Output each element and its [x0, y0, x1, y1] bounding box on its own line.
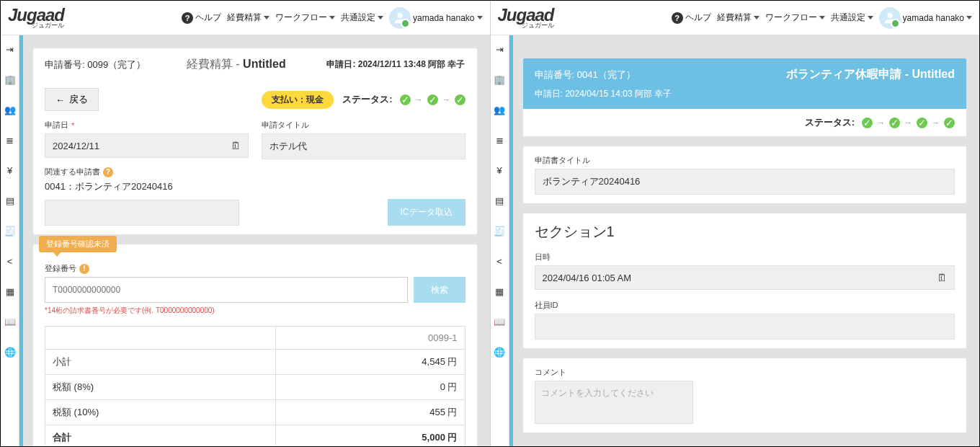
comment-card: コメント コメントを入力してください [523, 358, 967, 433]
sidebar-grid-icon[interactable]: ▦ [4, 285, 17, 298]
status-flow: ステータス: ✓ → ✓ → ✓ [342, 93, 465, 106]
logo[interactable]: Jugaad ジュガール [8, 7, 64, 29]
sidebar-building-icon[interactable]: 🏢 [4, 73, 17, 86]
row-total-value: 5,000 円 [275, 425, 465, 447]
sidebar-book-icon[interactable]: 📖 [4, 315, 17, 328]
nav-workflow[interactable]: ワークフロー [765, 12, 825, 24]
nav-expense-label: 経費精算 [717, 12, 752, 24]
sidebar-expand-icon[interactable]: ⇥ [493, 43, 506, 56]
nav-common-label: 共通設定 [341, 12, 375, 24]
nav-workflow-label: ワークフロー [275, 12, 327, 24]
sidebar-right: ⇥ 🏢 👥 ≣ ¥ ▤ 🧾 < ▦ 📖 🌐 [491, 35, 509, 446]
nav-expense[interactable]: 経費精算 [717, 12, 760, 24]
help-link[interactable]: ? ヘルプ [672, 12, 711, 24]
table-code: 0099-1 [275, 327, 465, 350]
row-tax10-value: 455 円 [275, 400, 465, 425]
chevron-down-icon [868, 16, 873, 19]
chevron-down-icon [477, 16, 483, 19]
sidebar-list-icon[interactable]: ≣ [493, 133, 506, 146]
chevron-down-icon [264, 16, 270, 19]
title-card: 申請書タイトル ボランティア20240416 [523, 146, 967, 203]
status-check-icon: ✓ [862, 118, 873, 128]
sidebar-building-icon[interactable]: 🏢 [493, 73, 506, 86]
logo[interactable]: Jugaad ジュガール [498, 7, 554, 29]
status-check-icon: ✓ [944, 118, 955, 128]
amount-table: 0099-1 小計4,545 円 税額 (8%)0 円 税額 (10%)455 … [45, 326, 466, 446]
sidebar-receipt-icon[interactable]: 🧾 [493, 224, 506, 237]
sidebar-doc-icon[interactable]: ▤ [4, 194, 17, 207]
avatar [879, 7, 901, 29]
chevron-down-icon [966, 16, 972, 19]
row-total-label: 合計 [45, 425, 276, 447]
sidebar-list-icon[interactable]: ≣ [4, 133, 17, 146]
user-menu[interactable]: yamada hanako [389, 7, 482, 29]
status-check-icon: ✓ [889, 118, 900, 128]
sidebar-share-icon[interactable]: < [4, 255, 17, 267]
sidebar-users-icon[interactable]: 👥 [4, 103, 17, 116]
nav-common[interactable]: 共通設定 [831, 12, 873, 24]
date-label: 申請日* [45, 120, 249, 130]
help-link[interactable]: ? ヘルプ [182, 12, 221, 24]
datetime-value: 2024/04/16 01:05 AM [543, 273, 632, 283]
sidebar-receipt-icon[interactable]: 🧾 [4, 224, 17, 237]
sidebar-grid-icon[interactable]: ▦ [493, 285, 506, 298]
right-pane: Jugaad ジュガール ? ヘルプ 経費精算 ワークフロー 共通設定 [491, 1, 980, 446]
status-label: ステータス: [342, 93, 392, 106]
comment-label: コメント [535, 367, 956, 378]
request-title: ボランティア休暇申請 - Untitled [786, 67, 955, 82]
date-value: 2024/12/11 [53, 141, 99, 151]
chevron-down-icon [754, 16, 760, 19]
calendar-icon: 🗓 [937, 272, 947, 283]
sidebar-left: ⇥ 🏢 👥 ≣ ¥ ▤ 🧾 < ▦ 📖 🌐 [1, 35, 19, 446]
status-check-icon: ✓ [400, 94, 411, 105]
avatar [389, 7, 411, 29]
help-label: ヘルプ [685, 12, 711, 24]
sidebar-expand-icon[interactable]: ⇥ [4, 43, 17, 56]
warning-icon: ? [103, 167, 113, 177]
app-title-input[interactable]: ボランティア20240416 [535, 169, 956, 195]
sidebar-yen-icon[interactable]: ¥ [4, 164, 17, 177]
sidebar-globe-icon[interactable]: 🌐 [4, 345, 17, 358]
sidebar-share-icon[interactable]: < [493, 255, 506, 267]
request-header: 申請番号: 0099（完了） 経費精算 - Untitled 申請日: 2024… [33, 48, 477, 79]
search-button[interactable]: 検索 [414, 277, 466, 303]
svg-point-1 [887, 12, 892, 17]
related-value: 0041：ボランティア20240416 [45, 180, 466, 193]
content-left: 申請番号: 0099（完了） 経費精算 - Untitled 申請日: 2024… [23, 35, 490, 446]
nav-expense[interactable]: 経費精算 [227, 12, 270, 24]
chevron-down-icon [329, 16, 335, 19]
arrow-right-icon: → [904, 118, 912, 127]
row-tax10-label: 税額 (10%) [45, 400, 276, 425]
topbar-right: Jugaad ジュガール ? ヘルプ 経費精算 ワークフロー 共通設定 [491, 1, 980, 35]
nav-common[interactable]: 共通設定 [341, 12, 383, 24]
sidebar-yen-icon[interactable]: ¥ [493, 164, 506, 177]
logo-subtext: ジュガール [498, 22, 554, 28]
sidebar-users-icon[interactable]: 👥 [493, 103, 506, 116]
status-check-icon: ✓ [917, 118, 927, 128]
logo-text: Jugaad [8, 7, 64, 23]
warning-icon: ! [79, 264, 89, 274]
arrow-right-icon: → [877, 118, 885, 127]
request-meta: 申請日: 2024/04/15 14:03 阿部 幸子 [535, 88, 956, 100]
reg-number-input[interactable] [45, 277, 408, 303]
user-menu[interactable]: yamada hanako [879, 7, 972, 29]
related-label: 関連する申請書 ? [45, 167, 466, 177]
related-input[interactable] [45, 200, 239, 226]
back-button[interactable]: ← 戻る [45, 88, 99, 111]
nav-workflow[interactable]: ワークフロー [275, 12, 335, 24]
sidebar-globe-icon[interactable]: 🌐 [493, 345, 506, 358]
date-input[interactable]: 2024/12/11 🗓 [45, 133, 249, 158]
ic-import-button[interactable]: ICデータ取込 [388, 199, 466, 226]
calendar-icon: 🗓 [231, 140, 241, 151]
empid-label: 社員ID [535, 300, 956, 311]
sidebar-book-icon[interactable]: 📖 [493, 315, 506, 328]
sidebar-doc-icon[interactable]: ▤ [493, 194, 506, 207]
datetime-input[interactable]: 2024/04/16 01:05 AM 🗓 [535, 265, 956, 290]
logo-text: Jugaad [498, 7, 554, 23]
row-subtotal-label: 小計 [45, 350, 276, 375]
title-input[interactable]: ホテル代 [262, 133, 466, 159]
app-title-label: 申請書タイトル [535, 155, 956, 166]
user-name: yamada hanako [903, 13, 964, 23]
comment-input[interactable]: コメントを入力してください [535, 381, 693, 424]
empid-input[interactable] [535, 314, 956, 340]
